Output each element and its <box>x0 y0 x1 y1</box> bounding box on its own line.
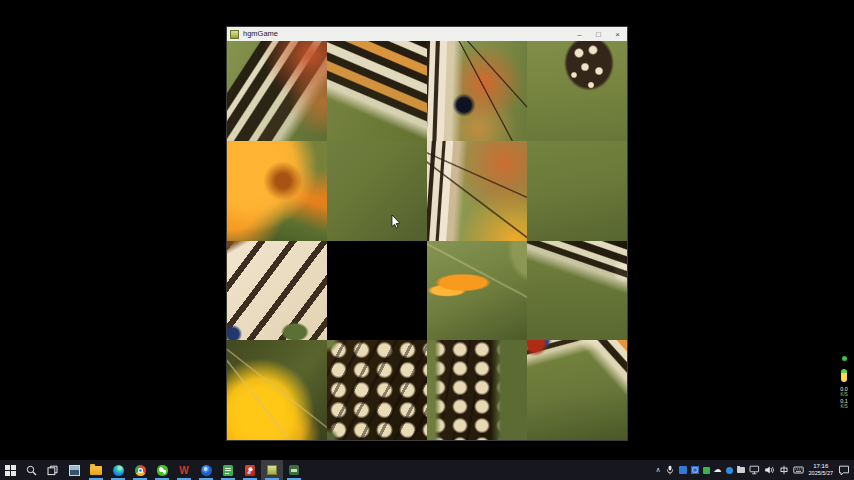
tray-display[interactable] <box>747 460 762 480</box>
system-tray: ∧ ☁ <box>653 460 854 480</box>
tray-volume[interactable] <box>762 460 777 480</box>
taskbar-app-hgmgame[interactable] <box>261 460 283 480</box>
ime-chinese-icon <box>779 465 789 475</box>
tray-folder[interactable] <box>735 460 747 480</box>
puzzle-tile-r2c2[interactable] <box>427 241 527 341</box>
tray-microphone[interactable] <box>663 460 677 480</box>
blue-circle-app-icon <box>201 465 212 476</box>
tray-touch-keyboard[interactable] <box>791 460 806 480</box>
hgmgame-icon <box>267 465 277 475</box>
start-button[interactable] <box>0 460 21 480</box>
game-window: hgmGame – □ × <box>226 26 628 441</box>
green-square-icon <box>703 467 710 474</box>
puzzle-tile-r0c1[interactable] <box>327 41 427 141</box>
mini-folder-icon <box>737 467 745 473</box>
puzzle-tile-r1c1[interactable] <box>327 141 427 241</box>
taskbar-app-chrome[interactable] <box>129 460 151 480</box>
green-mail-icon <box>289 465 299 475</box>
window-app-icon <box>230 30 239 39</box>
monitor-pill-icon <box>841 369 847 382</box>
puzzle-tile-r0c3[interactable] <box>527 41 627 141</box>
wechat-icon <box>157 465 168 476</box>
file-explorer-icon <box>90 466 102 475</box>
puzzle-tile-r0c0[interactable] <box>227 41 327 141</box>
search-button[interactable] <box>21 460 42 480</box>
window-controls: – □ × <box>570 27 627 41</box>
photos-icon <box>69 465 80 476</box>
puzzle-board <box>227 41 627 440</box>
tray-ime-chinese[interactable] <box>777 460 791 480</box>
taskbar-app-green-document[interactable] <box>217 460 239 480</box>
task-view-button[interactable] <box>42 460 63 480</box>
red-reader-icon <box>245 465 255 476</box>
window-titlebar[interactable]: hgmGame – □ × <box>227 27 627 41</box>
taskbar: W ∧ <box>0 460 854 480</box>
wps-icon: W <box>179 465 188 476</box>
window-title: hgmGame <box>243 27 278 41</box>
puzzle-tile-r2c1-empty[interactable] <box>327 241 427 341</box>
download-speed: 0.1 K/S <box>840 399 848 409</box>
action-center-button[interactable] <box>836 460 852 480</box>
taskbar-app-file-explorer[interactable] <box>85 460 107 480</box>
desktop: { "desktop": { "background_color": "#000… <box>0 0 854 480</box>
tray-green-app[interactable] <box>701 460 712 480</box>
task-view-icon <box>47 465 58 476</box>
puzzle-tile-r3c0[interactable] <box>227 340 327 440</box>
keyboard-icon <box>793 465 804 475</box>
green-document-icon <box>223 465 233 476</box>
edge-icon <box>113 465 124 476</box>
display-icon <box>749 465 760 475</box>
hidden-icons-chevron[interactable]: ∧ <box>653 460 662 480</box>
puzzle-tile-r1c0[interactable] <box>227 141 327 241</box>
taskbar-app-red-reader[interactable] <box>239 460 261 480</box>
taskbar-app-wps[interactable]: W <box>173 460 195 480</box>
puzzle-tile-r3c1[interactable] <box>327 340 427 440</box>
taskbar-app-edge[interactable] <box>107 460 129 480</box>
blue-square-icon-2 <box>691 466 699 474</box>
taskbar-app-green-mail[interactable] <box>283 460 305 480</box>
search-icon <box>26 465 37 476</box>
status-dot-icon <box>842 356 847 361</box>
taskbar-app-photos[interactable] <box>63 460 85 480</box>
tray-blue-dot-app[interactable] <box>724 460 735 480</box>
tray-blue-app-2[interactable] <box>689 460 701 480</box>
puzzle-tile-r2c3[interactable] <box>527 241 627 341</box>
tray-blue-app[interactable] <box>677 460 689 480</box>
microphone-icon <box>665 465 675 475</box>
puzzle-tile-r1c2[interactable] <box>427 141 527 241</box>
puzzle-tile-r3c3[interactable] <box>527 340 627 440</box>
puzzle-tile-r1c3[interactable] <box>527 141 627 241</box>
notification-icon <box>838 465 850 476</box>
upload-speed: 0.0 K/S <box>840 387 848 397</box>
mouse-cursor <box>391 215 401 229</box>
clock-date: 2025/5/27 <box>809 470 833 477</box>
windows-logo-icon <box>5 465 16 476</box>
blue-square-icon <box>679 466 687 474</box>
taskbar-app-blue-circle[interactable] <box>195 460 217 480</box>
close-button[interactable]: × <box>608 27 627 41</box>
puzzle-tile-r2c0[interactable] <box>227 241 327 341</box>
minimize-button[interactable]: – <box>570 27 589 41</box>
taskbar-clock[interactable]: 17:16 2025/5/27 <box>806 463 836 477</box>
speaker-icon <box>764 465 775 475</box>
puzzle-tile-r3c2[interactable] <box>427 340 527 440</box>
maximize-button[interactable]: □ <box>589 27 608 41</box>
clock-time: 17:16 <box>813 463 828 470</box>
puzzle-tile-r0c2[interactable] <box>427 41 527 141</box>
net-speed-widget[interactable]: 0.0 K/S 0.1 K/S <box>836 356 852 409</box>
chrome-icon <box>135 465 146 476</box>
taskbar-app-wechat[interactable] <box>151 460 173 480</box>
tray-cloud-app[interactable]: ☁ <box>712 460 724 480</box>
blue-dot-icon <box>726 467 733 474</box>
